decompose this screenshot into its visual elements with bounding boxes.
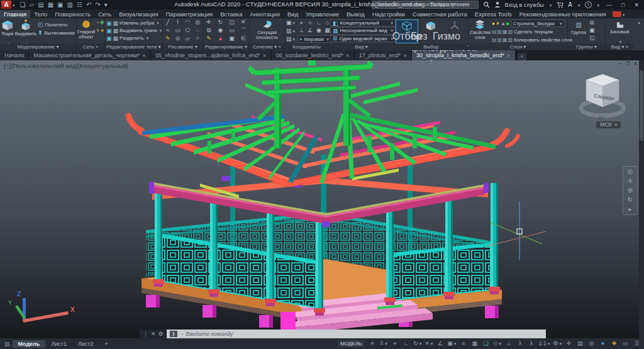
- solid-editing-row[interactable]: ▣▦Разделить: [106, 35, 161, 42]
- modify-tool-icon[interactable]: ▲: [216, 35, 225, 42]
- restore-button[interactable]: □: [619, 2, 627, 8]
- make-current-button[interactable]: Сделать текущим: [514, 29, 553, 35]
- ribbon-tab[interactable]: Надстройки: [369, 10, 409, 18]
- draw-tool-icon[interactable]: ✎: [164, 35, 172, 42]
- panel-footer-groups[interactable]: Группы ▾: [568, 43, 605, 50]
- ucs-tool-icon[interactable]: ▤: [286, 36, 295, 43]
- graphics-performance-icon[interactable]: ●: [597, 340, 608, 348]
- close-button[interactable]: ✕: [631, 2, 641, 8]
- layer-select[interactable]: Стропила_беседки: [511, 19, 565, 27]
- print-icon[interactable]: ☷: [77, 1, 82, 8]
- layout-tab[interactable]: Лист2: [72, 340, 99, 348]
- undo-icon[interactable]: ↶: [86, 1, 91, 8]
- search-icon[interactable]: [483, 1, 490, 8]
- group-button[interactable]: ⧈ Группа: [569, 19, 588, 35]
- quick-properties-icon[interactable]: ▤: [575, 340, 586, 348]
- modify-tool-icon[interactable]: ↻: [216, 19, 225, 26]
- file-tab[interactable]: 06_sozdanie_lestnici_end*: [272, 50, 355, 60]
- open-icon[interactable]: ▱: [29, 1, 34, 8]
- panel-footer-view-base[interactable]: Вид ▾ »: [606, 43, 634, 50]
- ucs-tool-icon[interactable]: ▣: [286, 19, 295, 26]
- layer-state-icon[interactable]: ▲: [501, 21, 506, 26]
- draw-tool-icon[interactable]: ◌: [194, 27, 201, 34]
- ribbon-collapse-button[interactable]: ▴: [634, 18, 644, 50]
- modify-tool-icon[interactable]: ✕: [239, 19, 248, 26]
- view-dropdown[interactable]: ⊞Один видовой экран: [330, 35, 396, 42]
- dynamic-ucs-icon[interactable]: ⊥: [503, 340, 514, 348]
- command-input[interactable]: ❯ Введите команду: [167, 330, 546, 338]
- customization-icon[interactable]: ☰: [631, 340, 642, 348]
- ribbon-tab[interactable]: Визуализация: [115, 10, 162, 18]
- workspace-switch-icon[interactable]: ❖: [609, 340, 619, 348]
- plot-icon[interactable]: ▣: [57, 1, 63, 8]
- mesh-tool-icon[interactable]: ◔: [96, 19, 99, 26]
- ribbon-tab[interactable]: Аннотации: [247, 10, 284, 18]
- ribbon-tab[interactable]: Параметризация: [162, 10, 217, 18]
- transparency-icon[interactable]: ▦: [469, 340, 480, 348]
- ribbon-tab[interactable]: Сеть: [94, 10, 115, 18]
- section-plane-button[interactable]: Секущая плоскость: [253, 19, 281, 40]
- layout-tab[interactable]: Лист1: [45, 340, 72, 348]
- redo-icon[interactable]: ↷: [95, 1, 100, 8]
- full-navigation-wheel-icon[interactable]: ◎: [628, 169, 633, 175]
- app-logo-icon[interactable]: A: [1, 1, 11, 9]
- drawing-viewport[interactable]: Z X Y: [0, 60, 644, 338]
- match-layer-button[interactable]: Копировать свойства слоя: [514, 37, 572, 43]
- draw-tool-icon[interactable]: ▱: [184, 35, 192, 42]
- file-tab-close-icon[interactable]: [140, 52, 146, 58]
- autodesk-a-icon[interactable]: A: [568, 1, 572, 8]
- featured-apps-icon[interactable]: [613, 11, 621, 17]
- layer-tool-icon[interactable]: ▧: [508, 29, 513, 35]
- view-dropdown[interactable]: ◧Концептуальный: [330, 19, 396, 26]
- mesh-tool-icon[interactable]: ◑: [96, 27, 99, 34]
- draw-tool-icon[interactable]: ⌇: [174, 19, 182, 26]
- panel-footer-draw[interactable]: Рисование ▾: [163, 43, 203, 50]
- zoom-icon[interactable]: ⊕: [628, 187, 633, 194]
- draw-tool-icon[interactable]: ≈: [164, 27, 172, 34]
- model-mode-badge[interactable]: МОДЕЛЬ: [338, 340, 364, 347]
- layer-state-icon[interactable]: ●: [492, 21, 495, 26]
- polar-tracking-icon[interactable]: ↻: [412, 340, 423, 348]
- ribbon-tab[interactable]: Express Tools: [471, 10, 516, 18]
- layer-tool-icon[interactable]: ▧: [508, 37, 513, 43]
- scrollbar-thumb[interactable]: [640, 70, 643, 141]
- solid-editing-row[interactable]: ▣▦Извлечь ребра: [106, 19, 161, 26]
- ribbon-tab[interactable]: Вставка: [216, 10, 246, 18]
- modeling-small-button[interactable]: ⬆Вытягивание: [38, 30, 75, 36]
- minimize-button[interactable]: —: [604, 2, 614, 8]
- view-dropdown[interactable]: ▦Несохраненный вид: [330, 27, 396, 34]
- coords-tool-icon[interactable]: ◉: [315, 27, 323, 34]
- ribbon-tab[interactable]: Поверхность: [51, 10, 94, 18]
- layer-properties-button[interactable]: Свойства слоя: [470, 19, 491, 40]
- draw-tool-icon[interactable]: ⁘: [194, 35, 201, 42]
- viewport-control-segment[interactable]: Пользовательский вид: [11, 62, 77, 69]
- ucs-name-field[interactable]: ▸ Мировая: [297, 35, 331, 43]
- app-menu-arrow-icon[interactable]: [11, 2, 15, 8]
- signin-label[interactable]: Вход в службы: [505, 2, 544, 8]
- monitor-icon[interactable]: ▭: [620, 340, 631, 348]
- panel-footer-section[interactable]: Сечение ▾ »: [250, 43, 284, 50]
- qat-menu-icon[interactable]: ▾: [104, 1, 108, 8]
- modify-tool-icon[interactable]: ◉: [216, 27, 225, 34]
- command-grip-icon[interactable]: ⋮: [143, 331, 148, 337]
- layer-state-icon[interactable]: ■: [506, 21, 509, 26]
- orbit-icon[interactable]: ↻: [628, 197, 633, 203]
- selection-cycling-icon[interactable]: ❏: [480, 340, 491, 348]
- layer-tool-icon[interactable]: ▤: [492, 37, 497, 43]
- modeling-small-button[interactable]: ◰Политело: [38, 21, 75, 28]
- isodraft-icon[interactable]: ✕: [423, 340, 434, 348]
- modify-tool-icon[interactable]: ▭: [228, 27, 236, 34]
- mesh-tool-icon[interactable]: ◕: [99, 27, 104, 34]
- modify-tool-icon[interactable]: ◫: [228, 19, 236, 26]
- file-tab[interactable]: Машиностроительная_деталь_чертежи*: [29, 50, 151, 60]
- modify-tool-icon[interactable]: ✎: [204, 35, 213, 42]
- doc-close-icon[interactable]: ✕: [633, 61, 638, 67]
- new-tab-button[interactable]: +: [518, 53, 526, 60]
- showmotion-icon[interactable]: ▸: [628, 206, 631, 213]
- signin-arrow-icon[interactable]: [548, 2, 552, 8]
- draw-tool-icon[interactable]: ⊙: [174, 35, 182, 42]
- mesh-tool-icon[interactable]: ✚: [99, 19, 104, 26]
- coords-tool-icon[interactable]: ⊹: [306, 19, 314, 26]
- file-tab-close-icon[interactable]: [401, 52, 407, 58]
- ucs-tool-icon[interactable]: ▥: [286, 28, 295, 35]
